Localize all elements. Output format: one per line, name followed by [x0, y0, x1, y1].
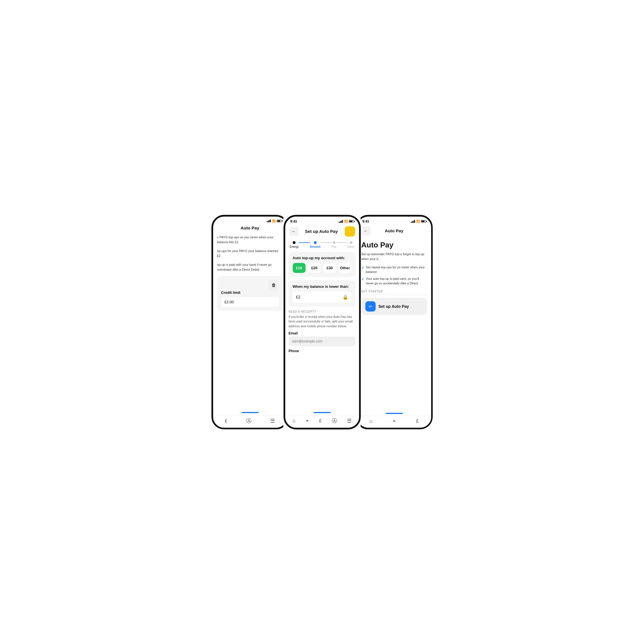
- nav-home-right[interactable]: ⌂: [370, 418, 373, 424]
- check-mark-1: ✓: [361, 265, 364, 270]
- status-icons-right: 📶: [411, 220, 426, 223]
- back-button-right[interactable]: ←: [361, 226, 370, 235]
- right-body-text: Set up automatic PAYG top-u forget to to…: [361, 252, 427, 261]
- nav-activity-center[interactable]: ⚭: [306, 419, 309, 423]
- step-dot-done: [350, 241, 352, 244]
- nav-item-help-left[interactable]: Ⓐ: [246, 417, 251, 424]
- signal-icon-right: [411, 220, 415, 223]
- back-arrow-center: ←: [292, 229, 296, 234]
- step-label-energy: Energy: [290, 245, 299, 248]
- left-body-3: op-up is paid with your bank ll never go…: [217, 262, 283, 272]
- step-line-3: [336, 242, 347, 243]
- amount-btn-30[interactable]: £30: [323, 263, 336, 273]
- step-dot-amount: [314, 241, 317, 244]
- center-content: Auto top-up my account with: £10 £20 £30…: [285, 249, 359, 412]
- nav-item-pound-left[interactable]: £: [225, 418, 227, 423]
- phone-right: 9:41 📶 ← Auto Pay Auto: [356, 215, 433, 429]
- bottom-nav-center: ⌂ ⚭ £ Ⓐ ☰: [285, 415, 359, 428]
- credit-limit-card: 🗑 Credit limit £2.00: [217, 276, 283, 311]
- nav-pound-right[interactable]: £: [416, 419, 419, 424]
- menu-icon-left: ☰: [270, 418, 275, 424]
- step-line-2: [320, 242, 331, 243]
- check-text-2: Your auto top-up is paid card, so you'll…: [366, 276, 427, 286]
- activity-icon-right: ⚭: [393, 419, 396, 423]
- home-indicator-left: [241, 412, 259, 413]
- left-body-2: op-ups for your PAYG your balance reache…: [217, 249, 283, 258]
- right-content: Auto Pay Set up automatic PAYG top-u for…: [357, 238, 431, 413]
- nav-help-center[interactable]: Ⓐ: [332, 417, 337, 424]
- step-label-pay: Pay: [332, 245, 336, 248]
- nav-home-center[interactable]: ⌂: [292, 418, 296, 424]
- help-icon-left: Ⓐ: [246, 417, 251, 424]
- pound-icon-center: £: [319, 418, 322, 423]
- left-nav-title: Auto Pay: [241, 225, 259, 230]
- nav-pound-center[interactable]: £: [319, 418, 322, 423]
- balance-value: £2: [296, 295, 301, 299]
- amount-btn-20[interactable]: £20: [308, 263, 321, 273]
- step-done: Done: [348, 241, 354, 248]
- get-started-label: GET STARTED: [361, 290, 427, 293]
- pound-icon-right: £: [416, 419, 419, 424]
- right-page-title: Auto Pay: [361, 241, 427, 249]
- stepper: Energy Amount Pay Done: [285, 239, 359, 249]
- step-line-1: [299, 242, 310, 243]
- step-energy: Energy: [290, 241, 299, 248]
- nav-header-center: ← Set up Auto Pay ⚡: [285, 225, 359, 239]
- email-input[interactable]: [289, 336, 356, 346]
- divider: [361, 295, 427, 295]
- credit-limit-label: Credit limit: [221, 290, 279, 295]
- nav-activity-right[interactable]: ⚭: [393, 419, 396, 423]
- step-pay: Pay: [332, 241, 336, 248]
- right-nav-title: Auto Pay: [385, 228, 403, 233]
- wifi-icon-left: 📶: [272, 219, 276, 223]
- bottom-nav-left: £ Ⓐ ☰: [213, 415, 287, 428]
- setup-btn-label: Set up Auto Pay: [379, 304, 409, 309]
- amount-btn-other[interactable]: Other: [338, 263, 352, 273]
- amount-btn-10[interactable]: £10: [293, 263, 306, 273]
- help-icon-center: Ⓐ: [332, 417, 337, 424]
- status-bar-right: 9:41 📶: [357, 217, 431, 225]
- check-mark-2: ✓: [361, 277, 364, 282]
- step-label-amount: Amount: [310, 245, 321, 248]
- step-dot-pay: [333, 241, 336, 244]
- menu-icon-center: ☰: [347, 418, 352, 424]
- wifi-icon-center: 📶: [344, 220, 348, 223]
- phone-left: 📶 Auto Pay c PAYG top-ups so you never w…: [211, 215, 289, 429]
- home-indicator-center: [314, 412, 331, 413]
- home-icon-right: ⌂: [370, 418, 373, 424]
- activity-icon-center: ⚭: [306, 419, 309, 423]
- signal-icon-left: [267, 219, 271, 222]
- balance-row: £2 🔒: [293, 292, 352, 303]
- status-icons-center: 📶: [339, 220, 354, 223]
- nav-header-right: ← Auto Pay: [357, 225, 431, 238]
- amount-options: £10 £20 £30 Other: [293, 263, 352, 273]
- home-icon-center: ⌂: [292, 418, 296, 424]
- credit-value: £2.00: [221, 297, 279, 307]
- back-arrow-right: ←: [364, 229, 368, 233]
- status-time-center: 9:41: [290, 219, 297, 223]
- back-button-center[interactable]: ←: [289, 227, 298, 236]
- action-button-center[interactable]: ⚡: [345, 226, 355, 237]
- checklist: ✓ Set repeat top-ups for yo meter when y…: [361, 265, 427, 286]
- delete-button[interactable]: 🗑: [269, 280, 279, 290]
- setup-autopay-button[interactable]: ∞ Set up Auto Pay: [361, 298, 427, 315]
- nav-menu-center[interactable]: ☰: [347, 418, 352, 424]
- phone-label: Phone: [289, 349, 356, 353]
- check-item-2: ✓ Your auto top-up is paid card, so you'…: [361, 276, 427, 286]
- nav-item-menu-left[interactable]: ☰: [270, 418, 275, 424]
- center-nav-title: Set up Auto Pay: [305, 229, 338, 234]
- status-time-right: 9:41: [362, 219, 369, 223]
- step-dot-energy: [293, 241, 296, 244]
- email-label: Email: [289, 331, 356, 335]
- step-amount: Amount: [310, 241, 321, 248]
- nav-header-left: Auto Pay: [213, 224, 287, 233]
- battery-icon-right: [421, 220, 426, 223]
- phone-center: 9:41 📶 ← Set up Auto Pay ⚡: [284, 215, 361, 429]
- home-indicator-right: [386, 413, 403, 414]
- status-icons-left: 📶: [267, 219, 282, 223]
- receipt-label: NEED A RECEIPT?: [289, 310, 356, 313]
- balance-card-title: When my balance is lower than:: [293, 284, 352, 289]
- amount-card-title: Auto top-up my account with:: [293, 256, 352, 260]
- signal-icon-center: [339, 220, 343, 223]
- bottom-nav-right: ⌂ ⚭ £: [357, 416, 431, 428]
